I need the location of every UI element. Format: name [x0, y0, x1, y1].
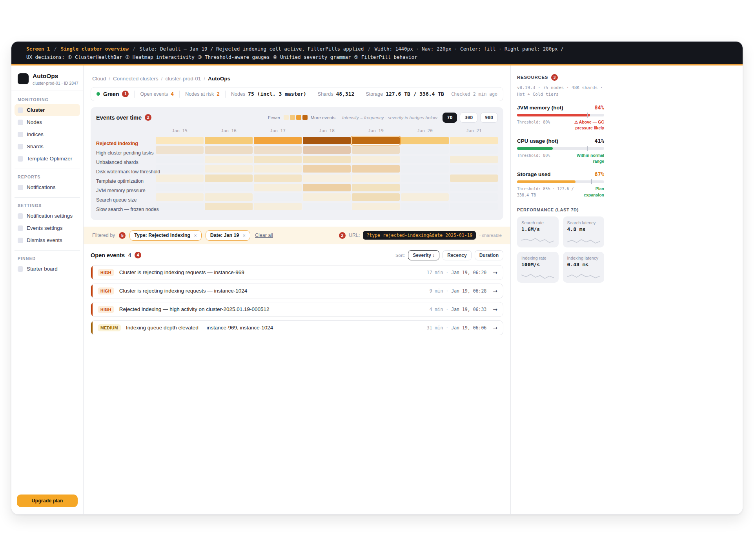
heatmap-cell[interactable]: [450, 146, 498, 154]
perf-card-indexing-rate: Indexing rate100M/s: [517, 252, 559, 283]
heatmap-cell[interactable]: [254, 175, 302, 182]
sidebar-item-indices[interactable]: Indices: [15, 128, 80, 140]
shareable-url-chip[interactable]: ?type=rejected-indexing&date=2025-01-19: [363, 231, 476, 240]
heatmap-cell[interactable]: [205, 146, 253, 154]
range-button-30d[interactable]: 30D: [460, 113, 477, 123]
heatmap-cell[interactable]: [205, 184, 253, 191]
heatmap-cell[interactable]: [156, 175, 204, 182]
heatmap-cell[interactable]: [450, 184, 498, 191]
heatmap-cell[interactable]: [156, 184, 204, 191]
event-row[interactable]: HIGHCluster is rejecting indexing reques…: [91, 284, 503, 298]
event-duration: 4 min: [430, 307, 443, 312]
heatmap-cell[interactable]: [303, 175, 351, 182]
gauge-subline: Threshold: 85% · 127.6 / 338.4 TBPlan ex…: [517, 186, 604, 198]
heatmap-cell[interactable]: [303, 156, 351, 163]
health-metric-open-events: Open events4: [140, 91, 174, 97]
heatmap-cell[interactable]: [352, 175, 400, 182]
heatmap-cell[interactable]: [401, 165, 449, 173]
range-button-90d[interactable]: 90D: [480, 113, 498, 123]
heatmap-cell[interactable]: [156, 165, 204, 173]
heatmap-cell[interactable]: [352, 156, 400, 163]
heatmap-cell[interactable]: [254, 156, 302, 163]
heatmap-cell[interactable]: [450, 165, 498, 173]
heatmap-cell[interactable]: [352, 193, 400, 201]
heatmap-cell[interactable]: [156, 156, 204, 163]
gauge-threshold-label: Threshold: 85% · 127.6 / 338.4 TB: [517, 186, 574, 198]
heatmap-cell[interactable]: [450, 175, 498, 182]
sidebar-item-starter-board[interactable]: Starter board: [15, 263, 80, 275]
heatmap-cell[interactable]: [352, 203, 400, 210]
heatmap-cell[interactable]: [401, 137, 449, 144]
sidebar-item-notifications[interactable]: Notifications: [15, 181, 80, 193]
heatmap-cell[interactable]: [254, 203, 302, 210]
filter-pill-type-rejected-indexing[interactable]: Type: Rejected indexing×: [129, 230, 201, 241]
heatmap-cell[interactable]: [205, 203, 253, 210]
heatmap-cell[interactable]: [450, 156, 498, 163]
sidebar-item-nodes[interactable]: Nodes: [15, 116, 80, 128]
heatmap-cell[interactable]: [303, 184, 351, 191]
sidebar-item-shards[interactable]: Shards: [15, 140, 80, 153]
heatmap-cell[interactable]: [450, 193, 498, 201]
arrow-icon[interactable]: →: [493, 306, 497, 313]
heatmap-cell[interactable]: [401, 184, 449, 191]
heatmap-cell[interactable]: [303, 165, 351, 173]
filter-pill-date-jan-19[interactable]: Date: Jan 19×: [206, 230, 250, 241]
heatmap-cell[interactable]: [303, 137, 351, 144]
breadcrumb-link[interactable]: Connected clusters: [113, 76, 158, 82]
gauge-name: CPU usage (hot): [517, 138, 558, 144]
heatmap-cell[interactable]: [303, 203, 351, 210]
sidebar-item-template-optimizer[interactable]: Template Optimizer: [15, 153, 80, 165]
close-icon[interactable]: ×: [194, 233, 197, 238]
heatmap-cell[interactable]: [450, 137, 498, 144]
heatmap-cell[interactable]: [254, 137, 302, 144]
clear-all-link[interactable]: Clear all: [255, 233, 273, 238]
heatmap-cell[interactable]: [401, 175, 449, 182]
last-checked: Checked 2 min ago: [451, 91, 497, 97]
heatmap-cell[interactable]: [352, 165, 400, 173]
close-icon[interactable]: ×: [242, 233, 246, 238]
heatmap-cell[interactable]: [254, 193, 302, 201]
heatmap-cell[interactable]: [303, 193, 351, 201]
heatmap-cell[interactable]: [450, 203, 498, 210]
breadcrumb-link[interactable]: cluster-prod-01: [165, 76, 201, 82]
event-row[interactable]: MEDIUMIndexing queue depth elevated — in…: [91, 320, 503, 335]
heatmap-cell[interactable]: [205, 137, 253, 144]
gauge-status[interactable]: Plan expansion: [577, 186, 604, 198]
heatmap-cell[interactable]: [401, 146, 449, 154]
heatmap-cell[interactable]: [254, 165, 302, 173]
range-button-7d[interactable]: 7D: [443, 113, 457, 123]
heatmap-cell[interactable]: [352, 146, 400, 154]
breadcrumb-link[interactable]: Cloud: [92, 76, 106, 82]
heatmap-cell[interactable]: [401, 203, 449, 210]
heatmap-cell[interactable]: [205, 193, 253, 201]
sidebar-item-cluster[interactable]: Cluster: [15, 104, 80, 116]
heatmap-cell[interactable]: [156, 193, 204, 201]
heatmap-cell[interactable]: [401, 156, 449, 163]
upgrade-plan-button[interactable]: Upgrade plan: [17, 495, 78, 507]
arrow-icon[interactable]: →: [493, 325, 497, 331]
heatmap-cell[interactable]: [205, 156, 253, 163]
heatmap-cell[interactable]: [156, 146, 204, 154]
heatmap-cell[interactable]: [254, 184, 302, 191]
heatmap-cell[interactable]: [205, 175, 253, 182]
heatmap-cell[interactable]: [254, 146, 302, 154]
heatmap-cell[interactable]: [352, 137, 400, 144]
heatmap-cell[interactable]: [401, 193, 449, 201]
sort-button-severity[interactable]: Severity ↓: [408, 250, 439, 260]
sidebar-item-dismiss-events[interactable]: Dismiss events: [15, 234, 80, 246]
heatmap-cell[interactable]: [352, 184, 400, 191]
heatmap-cell[interactable]: [156, 203, 204, 210]
event-row[interactable]: HIGHCluster is rejecting indexing reques…: [91, 265, 503, 280]
event-row[interactable]: HIGHRejected indexing — high activity on…: [91, 302, 503, 317]
arrow-icon[interactable]: →: [493, 288, 497, 294]
heatmap-cell[interactable]: [156, 137, 204, 144]
heatmap-cell[interactable]: [303, 146, 351, 154]
nav-section-title: SETTINGS: [18, 203, 77, 208]
nav-item-label: Indices: [27, 131, 44, 137]
sort-button-recency[interactable]: Recency: [443, 250, 471, 260]
sort-button-duration[interactable]: Duration: [475, 250, 503, 260]
sidebar-item-events-settings[interactable]: Events settings: [15, 222, 80, 234]
arrow-icon[interactable]: →: [493, 269, 497, 276]
heatmap-cell[interactable]: [205, 165, 253, 173]
sidebar-item-notification-settings[interactable]: Notification settings: [15, 210, 80, 222]
